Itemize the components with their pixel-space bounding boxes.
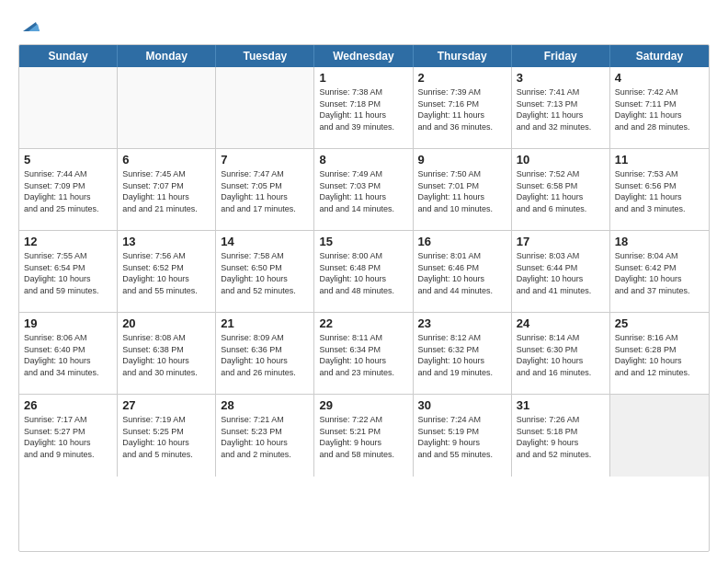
calendar-cell: 28Sunrise: 7:21 AMSunset: 5:23 PMDayligh… [216,395,314,477]
page: SundayMondayTuesdayWednesdayThursdayFrid… [0,0,728,563]
calendar-cell: 6Sunrise: 7:45 AMSunset: 7:07 PMDaylight… [118,149,216,230]
calendar-cell: 16Sunrise: 8:01 AMSunset: 6:46 PMDayligh… [414,231,512,312]
day-number: 17 [517,235,605,248]
day-number: 8 [319,153,407,167]
calendar-cell: 15Sunrise: 8:00 AMSunset: 6:48 PMDayligh… [314,231,413,312]
calendar-cell: 11Sunrise: 7:53 AMSunset: 6:56 PMDayligh… [610,149,709,230]
day-number: 31 [517,398,605,412]
calendar-week: 19Sunrise: 8:06 AMSunset: 6:40 PMDayligh… [19,313,709,395]
cell-info: Sunrise: 7:24 AMSunset: 5:19 PMDaylight:… [418,414,506,460]
calendar-body: 1Sunrise: 7:38 AMSunset: 7:18 PMDaylight… [19,67,709,477]
weekday-header: Sunday [19,45,118,67]
cell-info: Sunrise: 7:47 AMSunset: 7:05 PMDaylight:… [221,168,309,214]
day-number: 3 [517,71,605,85]
calendar-cell: 4Sunrise: 7:42 AMSunset: 7:11 PMDaylight… [610,67,709,148]
calendar-cell: 7Sunrise: 7:47 AMSunset: 7:05 PMDaylight… [216,149,314,230]
day-number: 5 [24,153,112,167]
calendar-cell: 30Sunrise: 7:24 AMSunset: 5:19 PMDayligh… [414,395,512,477]
calendar-week: 5Sunrise: 7:44 AMSunset: 7:09 PMDaylight… [19,149,709,231]
cell-info: Sunrise: 8:16 AMSunset: 6:28 PMDaylight:… [615,332,704,378]
calendar-cell: 14Sunrise: 7:58 AMSunset: 6:50 PMDayligh… [216,231,314,312]
day-number: 27 [122,398,210,412]
cell-info: Sunrise: 8:12 AMSunset: 6:32 PMDaylight:… [418,332,506,378]
calendar-week: 12Sunrise: 7:55 AMSunset: 6:54 PMDayligh… [19,231,709,313]
day-number: 10 [517,153,605,167]
calendar-cell: 27Sunrise: 7:19 AMSunset: 5:25 PMDayligh… [118,395,216,477]
calendar-cell: 18Sunrise: 8:04 AMSunset: 6:42 PMDayligh… [610,231,709,312]
cell-info: Sunrise: 7:55 AMSunset: 6:54 PMDaylight:… [24,250,112,296]
calendar-cell [19,67,118,148]
cell-info: Sunrise: 7:19 AMSunset: 5:25 PMDaylight:… [122,414,210,460]
weekday-header: Monday [118,45,216,67]
cell-info: Sunrise: 8:11 AMSunset: 6:34 PMDaylight:… [319,332,407,378]
day-number: 7 [221,153,309,167]
calendar-cell: 21Sunrise: 8:09 AMSunset: 6:36 PMDayligh… [216,313,314,394]
day-number: 30 [418,398,506,412]
weekday-header: Friday [512,45,610,67]
day-number: 23 [418,316,506,330]
cell-info: Sunrise: 8:03 AMSunset: 6:44 PMDaylight:… [517,250,605,296]
cell-info: Sunrise: 7:44 AMSunset: 7:09 PMDaylight:… [24,168,112,214]
cell-info: Sunrise: 8:00 AMSunset: 6:48 PMDaylight:… [319,250,407,296]
cell-info: Sunrise: 7:38 AMSunset: 7:18 PMDaylight:… [319,86,407,132]
calendar-cell: 17Sunrise: 8:03 AMSunset: 6:44 PMDayligh… [512,231,610,312]
cell-info: Sunrise: 8:09 AMSunset: 6:36 PMDaylight:… [221,332,309,378]
calendar-cell: 1Sunrise: 7:38 AMSunset: 7:18 PMDaylight… [314,67,413,148]
cell-info: Sunrise: 8:08 AMSunset: 6:38 PMDaylight:… [122,332,210,378]
cell-info: Sunrise: 7:53 AMSunset: 6:56 PMDaylight:… [615,168,704,214]
day-number: 14 [221,235,309,248]
calendar-cell [216,67,314,148]
day-number: 24 [517,316,605,330]
cell-info: Sunrise: 8:01 AMSunset: 6:46 PMDaylight:… [418,250,506,296]
cell-info: Sunrise: 8:14 AMSunset: 6:30 PMDaylight:… [517,332,605,378]
day-number: 22 [319,316,407,330]
cell-info: Sunrise: 7:21 AMSunset: 5:23 PMDaylight:… [221,414,309,460]
cell-info: Sunrise: 7:50 AMSunset: 7:01 PMDaylight:… [418,168,506,214]
calendar-cell: 29Sunrise: 7:22 AMSunset: 5:21 PMDayligh… [314,395,413,477]
calendar-header: SundayMondayTuesdayWednesdayThursdayFrid… [19,45,709,67]
calendar: SundayMondayTuesdayWednesdayThursdayFrid… [18,44,710,552]
calendar-cell: 3Sunrise: 7:41 AMSunset: 7:13 PMDaylight… [512,67,610,148]
day-number: 19 [24,316,112,330]
cell-info: Sunrise: 7:39 AMSunset: 7:16 PMDaylight:… [418,86,506,132]
logo-icon [19,15,40,35]
calendar-week: 1Sunrise: 7:38 AMSunset: 7:18 PMDaylight… [19,67,709,149]
logo-text [18,15,40,35]
calendar-cell: 20Sunrise: 8:08 AMSunset: 6:38 PMDayligh… [118,313,216,394]
calendar-cell: 13Sunrise: 7:56 AMSunset: 6:52 PMDayligh… [118,231,216,312]
logo [18,15,40,35]
weekday-header: Saturday [610,45,709,67]
day-number: 15 [319,235,407,248]
cell-info: Sunrise: 8:06 AMSunset: 6:40 PMDaylight:… [24,332,112,378]
day-number: 12 [24,235,112,248]
cell-info: Sunrise: 7:45 AMSunset: 7:07 PMDaylight:… [122,168,210,214]
day-number: 28 [221,398,309,412]
day-number: 13 [122,235,210,248]
calendar-cell: 26Sunrise: 7:17 AMSunset: 5:27 PMDayligh… [19,395,118,477]
calendar-cell: 5Sunrise: 7:44 AMSunset: 7:09 PMDaylight… [19,149,118,230]
calendar-cell: 9Sunrise: 7:50 AMSunset: 7:01 PMDaylight… [414,149,512,230]
day-number: 16 [418,235,506,248]
day-number: 26 [24,398,112,412]
calendar-cell: 8Sunrise: 7:49 AMSunset: 7:03 PMDaylight… [314,149,413,230]
day-number: 21 [221,316,309,330]
day-number: 11 [615,153,704,167]
day-number: 25 [615,316,704,330]
day-number: 2 [418,71,506,85]
calendar-cell: 22Sunrise: 8:11 AMSunset: 6:34 PMDayligh… [314,313,413,394]
calendar-cell: 24Sunrise: 8:14 AMSunset: 6:30 PMDayligh… [512,313,610,394]
calendar-cell [610,395,709,477]
day-number: 29 [319,398,407,412]
calendar-cell: 19Sunrise: 8:06 AMSunset: 6:40 PMDayligh… [19,313,118,394]
day-number: 6 [122,153,210,167]
cell-info: Sunrise: 7:41 AMSunset: 7:13 PMDaylight:… [517,86,605,132]
cell-info: Sunrise: 7:58 AMSunset: 6:50 PMDaylight:… [221,250,309,296]
day-number: 9 [418,153,506,167]
day-number: 18 [615,235,704,248]
day-number: 1 [319,71,407,85]
calendar-cell [118,67,216,148]
cell-info: Sunrise: 7:56 AMSunset: 6:52 PMDaylight:… [122,250,210,296]
calendar-cell: 25Sunrise: 8:16 AMSunset: 6:28 PMDayligh… [610,313,709,394]
weekday-header: Thursday [414,45,512,67]
cell-info: Sunrise: 7:49 AMSunset: 7:03 PMDaylight:… [319,168,407,214]
